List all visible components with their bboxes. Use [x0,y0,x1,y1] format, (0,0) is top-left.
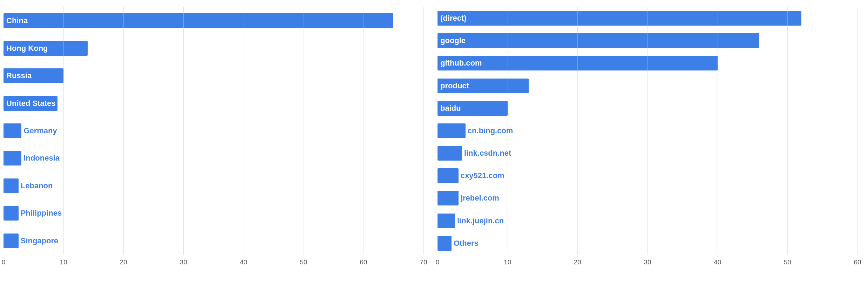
bar: Others [438,236,452,251]
grid-line [304,7,304,255]
chart2-bars: (direct)googlegithub.comproductbaiducn.b… [438,7,857,255]
x-tick: 60 [854,258,861,266]
bar-label-inside: google [440,36,466,45]
x-tick: 10 [504,258,511,266]
chart1-bars: ChinaHong KongRussiaUnited StatesGermany… [4,7,423,255]
bar: Singapore [4,234,19,248]
x-tick: 40 [240,258,247,266]
bar: (direct) [438,11,801,26]
bar: Russia [4,68,63,83]
x-tick: 20 [120,258,127,266]
grid-line [244,7,244,255]
grid-line [857,7,858,255]
x-tick: 20 [574,258,581,266]
bar: link.juejin.cn [438,214,455,228]
bar: Philippines [4,206,19,221]
bar-label-outside: Singapore [21,236,59,245]
bar: United States [4,96,57,111]
bar: product [438,79,529,93]
bar-row: China [4,11,423,31]
x-tick: 10 [60,258,67,266]
bar: link.csdn.net [438,146,462,161]
bar-label-inside: Russia [6,71,32,80]
bar-row: United States [4,94,423,113]
bar-label-outside: Indonesia [23,154,60,163]
bar-label-outside: link.csdn.net [464,149,511,158]
bar-label-inside: baidu [440,104,461,113]
x-tick: 50 [784,258,791,266]
grid-line [718,7,718,255]
bar-label-outside: cn.bing.com [468,126,513,135]
grid-line [423,7,424,255]
bar: Lebanon [4,178,19,193]
bar: Hong Kong [4,41,88,56]
chart2-xaxis: 0102030405060 [438,256,857,266]
x-tick: 0 [436,258,440,266]
x-tick: 40 [714,258,721,266]
grid-line [577,7,578,255]
grid-line [508,7,508,255]
bar: google [438,33,759,48]
bar: jrebel.com [438,191,459,205]
bar-row: Lebanon [4,176,423,196]
bar-row: Indonesia [4,148,423,168]
bar: Indonesia [4,151,21,165]
bar-label-outside: Others [454,239,479,248]
chart2: (direct)googlegithub.comproductbaiducn.b… [438,7,857,266]
x-tick: 30 [644,258,651,266]
bar-label-outside: Germany [23,126,57,135]
bar-row: Germany [4,121,423,141]
x-tick: 50 [300,258,307,266]
grid-line [787,7,788,255]
grid-line [123,7,124,255]
bar-label-outside: cxy521.com [461,171,504,180]
bar: cn.bing.com [438,123,466,138]
grid-line [364,7,364,255]
bar: China [4,13,393,28]
bar-row: Philippines [4,203,423,223]
bar-label-outside: Lebanon [21,181,53,190]
chart1-xaxis: 010203040506070 [4,256,423,266]
bar-label-inside: China [6,16,28,25]
chart1: ChinaHong KongRussiaUnited StatesGermany… [4,7,423,266]
bar-row: Hong Kong [4,39,423,58]
bar-label-outside: Philippines [21,209,62,218]
x-tick: 70 [420,258,427,266]
bar-label-inside: United States [6,99,56,108]
x-tick: 60 [360,258,367,266]
bar-label-outside: jrebel.com [461,194,499,203]
grid-line [63,7,64,255]
bar-label-inside: product [440,81,469,90]
charts-container: ChinaHong KongRussiaUnited StatesGermany… [0,0,868,284]
bar-row: Singapore [4,231,423,251]
grid-line [647,7,648,255]
bar-label-inside: (direct) [440,14,467,23]
bar-label-inside: github.com [440,59,482,68]
x-tick: 0 [2,258,6,266]
bar: baidu [438,101,508,116]
grid-line [183,7,184,255]
x-tick: 30 [180,258,187,266]
bar: Germany [4,123,21,138]
bar: cxy521.com [438,168,459,183]
bar-label-outside: link.juejin.cn [457,216,504,225]
bar-label-inside: Hong Kong [6,44,48,53]
bar-row: Russia [4,66,423,86]
